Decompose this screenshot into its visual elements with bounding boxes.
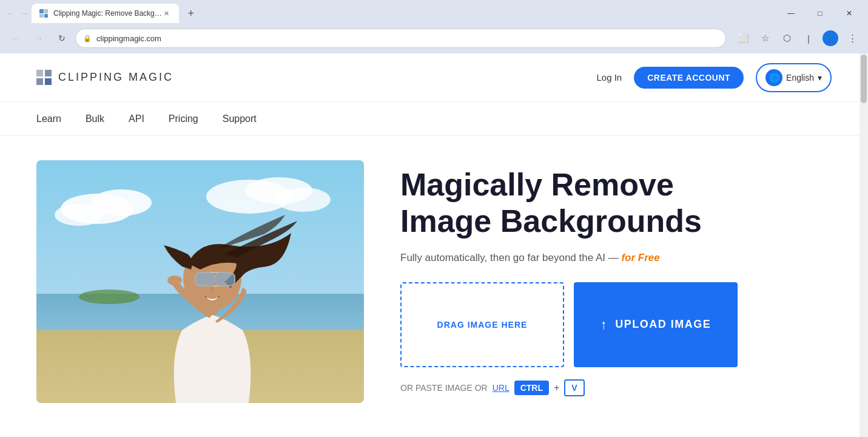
browser-back-arrow[interactable]: ←	[5, 7, 17, 19]
subtitle-prefix: Fully automatically, then go far beyond …	[400, 252, 621, 263]
forward-button[interactable]: →	[29, 29, 49, 48]
create-account-button[interactable]: CREATE ACCOUNT	[634, 67, 744, 89]
profile-avatar: 👤	[823, 30, 838, 46]
v-badge: V	[564, 379, 584, 396]
scrollbar-thumb[interactable]	[861, 55, 867, 103]
toolbar-icons: ⬜ ☆ ⬡ | 👤 ⋮	[733, 29, 862, 48]
extensions-icon[interactable]: ⬡	[777, 29, 796, 48]
svg-rect-17	[215, 273, 235, 286]
tab-close-button[interactable]: ✕	[162, 8, 172, 18]
paste-prefix-text: OR PASTE IMAGE OR	[400, 383, 488, 393]
globe-icon: 🌐	[765, 69, 782, 86]
hero-subtitle: Fully automatically, then go far beyond …	[400, 252, 832, 264]
screen-cast-icon[interactable]: ⬜	[733, 29, 753, 48]
browser-forward-arrow[interactable]: →	[18, 7, 30, 19]
hero-image	[36, 160, 364, 403]
language-selector[interactable]: 🌐 English ▾	[756, 63, 832, 92]
site-content: CLIPPING MAGIC Log In CREATE ACCOUNT 🌐 E…	[0, 53, 868, 427]
browser-chrome: ← → Clipping Magic: Remove Backg… ✕ + — …	[0, 0, 868, 53]
language-label: English	[786, 73, 814, 83]
close-button[interactable]: ✕	[835, 4, 863, 23]
profile-icon[interactable]: 👤	[821, 29, 840, 48]
upload-arrow-icon: ↑	[601, 317, 608, 333]
logo[interactable]: CLIPPING MAGIC	[36, 70, 173, 86]
nav-link-api[interactable]: API	[129, 113, 144, 124]
lock-icon: 🔒	[83, 35, 92, 42]
upload-label: UPLOAD IMAGE	[615, 318, 711, 331]
bookmark-icon[interactable]: ☆	[755, 29, 775, 48]
tab-title: Clipping Magic: Remove Backg…	[53, 9, 162, 18]
back-button[interactable]: ←	[6, 29, 25, 48]
window-controls: — □ ✕	[777, 4, 863, 23]
menu-icon[interactable]: ⋮	[843, 29, 862, 48]
address-bar-row: ← → ↻ 🔒 clippingmagic.com ⬜ ☆ ⬡ | 👤 ⋮	[0, 23, 868, 53]
logo-text-light: MAGIC	[124, 71, 173, 83]
hero-content: Magically RemoveImage Backgrounds Fully …	[400, 167, 832, 396]
nav-link-learn[interactable]: Learn	[36, 113, 61, 124]
svg-rect-16	[195, 273, 214, 286]
tab-bar: ← → Clipping Magic: Remove Backg… ✕ + — …	[0, 0, 868, 23]
new-tab-button[interactable]: +	[183, 5, 200, 22]
upload-image-button[interactable]: ↑ UPLOAD IMAGE	[574, 282, 738, 367]
site-header: CLIPPING MAGIC Log In CREATE ACCOUNT 🌐 E…	[0, 53, 868, 102]
scrollbar-track[interactable]	[860, 53, 868, 437]
logo-text-bold: CLIPPING	[58, 71, 124, 83]
ctrl-badge: CTRL	[514, 381, 549, 395]
nav-link-support[interactable]: Support	[223, 113, 257, 124]
login-link[interactable]: Log In	[596, 72, 622, 83]
svg-point-3	[55, 204, 103, 226]
maximize-button[interactable]: □	[806, 4, 834, 23]
reload-button[interactable]: ↻	[52, 29, 72, 48]
divider: |	[799, 29, 818, 48]
plus-icon: +	[554, 382, 559, 393]
svg-point-9	[79, 290, 140, 304]
svg-point-11	[167, 276, 182, 285]
url-link[interactable]: URL	[493, 383, 510, 393]
address-bar[interactable]: 🔒 clippingmagic.com	[75, 29, 726, 48]
logo-text: CLIPPING MAGIC	[58, 71, 173, 84]
chevron-down-icon: ▾	[818, 73, 822, 83]
url-text: clippingmagic.com	[96, 34, 161, 43]
hero-title: Magically RemoveImage Backgrounds	[400, 167, 832, 240]
subtitle-highlight: for Free	[621, 252, 659, 263]
hero-image-container	[36, 160, 364, 403]
drag-drop-zone[interactable]: DRAG IMAGE HERE	[400, 282, 564, 367]
paste-row: OR PASTE IMAGE OR URL CTRL + V	[400, 379, 832, 396]
svg-point-6	[276, 188, 331, 212]
active-tab[interactable]: Clipping Magic: Remove Backg… ✕	[32, 4, 179, 23]
nav-link-pricing[interactable]: Pricing	[169, 113, 198, 124]
header-right: Log In CREATE ACCOUNT 🌐 English ▾	[596, 63, 832, 92]
nav-link-bulk[interactable]: Bulk	[86, 113, 104, 124]
minimize-button[interactable]: —	[777, 4, 805, 23]
upload-area: DRAG IMAGE HERE ↑ UPLOAD IMAGE	[400, 282, 832, 367]
tab-favicon	[39, 8, 49, 18]
hero-section: Magically RemoveImage Backgrounds Fully …	[0, 136, 868, 427]
logo-icon	[36, 70, 52, 86]
main-nav: Learn Bulk API Pricing Support	[0, 102, 868, 136]
hero-image-svg	[36, 160, 364, 403]
